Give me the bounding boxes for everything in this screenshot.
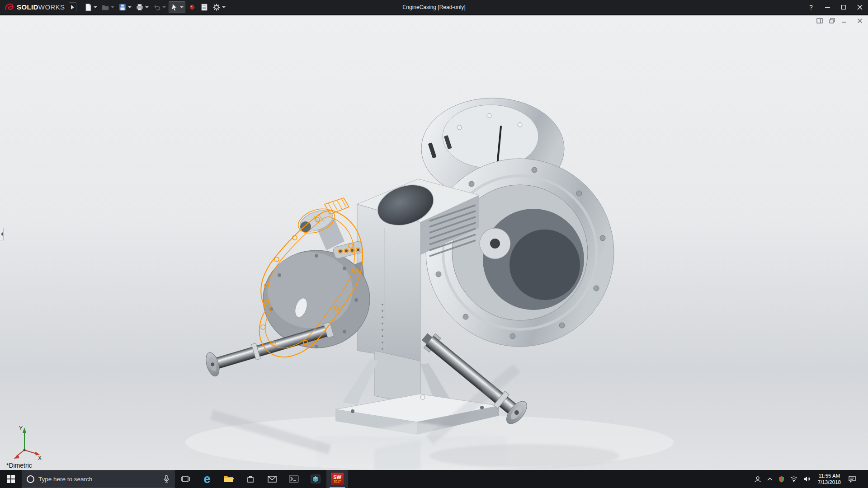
- dassault-systemes-logo-icon: [5, 3, 14, 12]
- toolbar-flyout-button[interactable]: [69, 2, 76, 12]
- taskbar: e: [0, 470, 868, 488]
- edge-button[interactable]: e: [196, 470, 218, 488]
- taskbar-search[interactable]: [22, 470, 175, 488]
- flyout-arrow-icon: [71, 5, 74, 9]
- new-document-icon: [84, 3, 92, 11]
- help-button[interactable]: ?: [803, 0, 819, 15]
- coordinate-triad: Y X: [7, 423, 42, 461]
- z-axis-arrow: [14, 455, 19, 459]
- undo-button[interactable]: [151, 1, 167, 13]
- microphone-icon[interactable]: [163, 475, 170, 483]
- view-orientation-label: *Dimetric: [6, 462, 32, 469]
- solidworks-taskbar-button[interactable]: SW 2017: [326, 470, 348, 488]
- sheet-properties-icon: [200, 3, 208, 11]
- store-button[interactable]: [240, 470, 261, 488]
- minimize-button[interactable]: [819, 0, 835, 15]
- volume-icon[interactable]: [803, 476, 810, 482]
- edrawings-button[interactable]: [305, 470, 326, 488]
- save-icon: [118, 3, 127, 11]
- command-prompt-button[interactable]: [283, 470, 305, 488]
- close-window-button[interactable]: [856, 18, 863, 24]
- print-button[interactable]: [134, 1, 150, 13]
- viewport[interactable]: Y X *Dimetric: [0, 15, 868, 470]
- select-cursor-icon: [170, 3, 179, 11]
- close-button[interactable]: [852, 0, 868, 15]
- dropdown-arrow-icon[interactable]: [180, 6, 184, 8]
- expand-panel-arrow-icon: [1, 232, 3, 236]
- clock-time: 11:55 AM: [818, 473, 841, 479]
- minimize-window-button[interactable]: [840, 18, 848, 24]
- featuremanager-collapsed-tab[interactable]: [0, 228, 4, 240]
- new-document-button[interactable]: [83, 1, 99, 13]
- restore-window-button[interactable]: [828, 18, 835, 24]
- dock-panel-button[interactable]: [816, 18, 823, 24]
- hidden-icons-chevron[interactable]: [767, 477, 773, 481]
- people-tray-icon[interactable]: [754, 476, 761, 483]
- model-canvas[interactable]: [0, 15, 868, 470]
- dropdown-arrow-icon[interactable]: [111, 6, 114, 8]
- open-document-button[interactable]: [100, 1, 116, 13]
- print-icon: [136, 3, 144, 11]
- dropdown-arrow-icon[interactable]: [94, 6, 97, 8]
- solidworks-logo: SOLIDWORKS: [0, 3, 69, 12]
- file-explorer-icon: [224, 475, 234, 483]
- brand-text-light: WORKS: [38, 3, 65, 11]
- options-gear-icon: [212, 3, 221, 11]
- taskbar-apps: e: [175, 470, 348, 488]
- quick-access-toolbar: [83, 1, 227, 13]
- taskbar-clock[interactable]: 11:55 AM 7/13/2018: [816, 473, 843, 485]
- action-center-icon[interactable]: [849, 476, 856, 483]
- system-tray: 11:55 AM 7/13/2018: [750, 470, 868, 488]
- clock-date: 7/13/2018: [818, 479, 841, 485]
- solidworks-icon-year: 2017: [334, 480, 341, 483]
- store-icon: [246, 475, 255, 483]
- dropdown-arrow-icon[interactable]: [222, 6, 226, 8]
- search-input[interactable]: [38, 476, 159, 483]
- document-title: EngineCasing [Read-only]: [402, 0, 465, 15]
- solidworks-app-icon: SW 2017: [331, 473, 344, 485]
- brand-text-bold: SOLID: [17, 3, 38, 11]
- titlebar: SOLIDWORKS: [0, 0, 868, 15]
- security-shield-icon[interactable]: [778, 476, 784, 483]
- minimize-icon: [825, 7, 830, 8]
- open-document-icon: [101, 3, 109, 11]
- file-explorer-button[interactable]: [218, 470, 240, 488]
- dropdown-arrow-icon[interactable]: [128, 6, 132, 8]
- task-view-button[interactable]: [175, 470, 196, 488]
- help-icon: ?: [809, 4, 813, 11]
- screen: SOLIDWORKS: [0, 0, 868, 488]
- start-button[interactable]: [0, 470, 22, 488]
- dropdown-arrow-icon[interactable]: [145, 6, 149, 8]
- close-icon: [857, 5, 863, 10]
- y-axis-arrow: [23, 427, 26, 433]
- command-prompt-icon: [289, 475, 299, 483]
- save-button[interactable]: [117, 1, 133, 13]
- sheet-properties-button[interactable]: [199, 1, 210, 13]
- y-axis-label: Y: [19, 425, 23, 432]
- appearances-button[interactable]: [187, 1, 198, 13]
- task-view-icon: [181, 475, 190, 483]
- options-button[interactable]: [211, 1, 227, 13]
- windows-logo-icon: [7, 475, 15, 483]
- maximize-icon: [841, 5, 846, 9]
- brand-text: SOLIDWORKS: [17, 3, 65, 11]
- window-controls: ?: [803, 0, 868, 15]
- maximize-button[interactable]: [835, 0, 852, 15]
- mail-icon: [268, 476, 277, 483]
- mail-button[interactable]: [261, 470, 283, 488]
- undo-icon: [153, 3, 161, 11]
- document-window-controls: [816, 18, 863, 24]
- edge-icon: e: [203, 473, 210, 485]
- dropdown-arrow-icon[interactable]: [162, 6, 166, 8]
- cortana-icon: [27, 475, 34, 483]
- select-tool-button[interactable]: [169, 1, 185, 13]
- wifi-icon[interactable]: [790, 476, 797, 482]
- edrawings-icon: [311, 474, 321, 483]
- appearance-sphere-icon: [188, 3, 196, 11]
- x-axis-label: X: [38, 455, 42, 461]
- solidworks-icon-label: SW: [333, 475, 341, 480]
